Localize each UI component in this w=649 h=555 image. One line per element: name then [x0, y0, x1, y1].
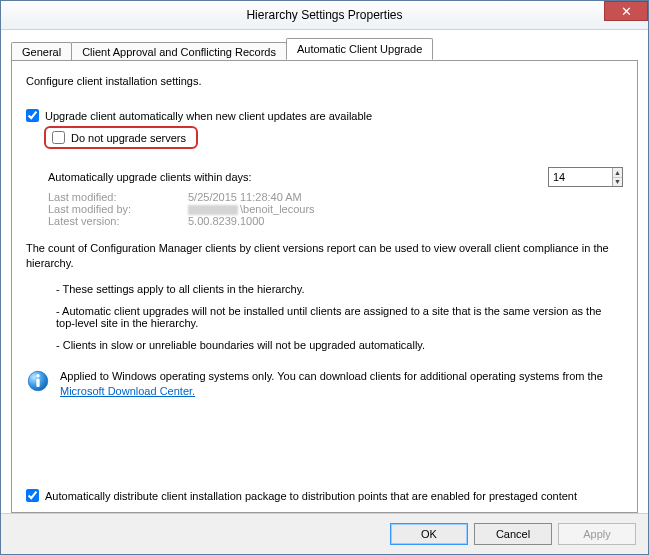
cancel-button[interactable]: Cancel	[474, 523, 552, 545]
meta-grid: Last modified: 5/25/2015 11:28:40 AM Las…	[48, 191, 623, 227]
bullet-2: - Automatic client upgrades will not be …	[56, 305, 623, 329]
auto-distribute-label: Automatically distribute client installa…	[45, 490, 577, 502]
tabstrip: General Client Approval and Conflicting …	[11, 38, 638, 60]
window-title: Hierarchy Settings Properties	[1, 8, 648, 22]
last-modified-by-label: Last modified by:	[48, 203, 188, 215]
days-input[interactable]	[549, 168, 612, 186]
download-center-link[interactable]: Microsoft Download Center.	[60, 385, 195, 397]
bullet-3: - Clients in slow or unreliable boundari…	[56, 339, 623, 351]
latest-version-label: Latest version:	[48, 215, 188, 227]
upgrade-auto-checkbox[interactable]	[26, 109, 39, 122]
tab-general[interactable]: General	[11, 42, 72, 61]
do-not-upgrade-servers-highlight: Do not upgrade servers	[44, 126, 198, 149]
info-icon	[26, 369, 50, 393]
close-icon: ✕	[621, 5, 632, 18]
days-label: Automatically upgrade clients within day…	[48, 171, 548, 183]
close-button[interactable]: ✕	[604, 1, 648, 21]
svg-point-1	[36, 374, 39, 377]
ok-button[interactable]: OK	[390, 523, 468, 545]
days-row: Automatically upgrade clients within day…	[48, 167, 623, 187]
dialog-body: General Client Approval and Conflicting …	[1, 30, 648, 513]
spinner-arrows: ▲ ▼	[612, 168, 622, 186]
last-modified-label: Last modified:	[48, 191, 188, 203]
auto-distribute-row: Automatically distribute client installa…	[26, 483, 623, 502]
tab-client-approval[interactable]: Client Approval and Conflicting Records	[71, 42, 287, 61]
info-text: Applied to Windows operating systems onl…	[60, 369, 623, 399]
bullet-1: - These settings apply to all clients in…	[56, 283, 623, 295]
apply-button[interactable]: Apply	[558, 523, 636, 545]
do-not-upgrade-servers-checkbox[interactable]	[52, 131, 65, 144]
button-bar: OK Cancel Apply	[1, 513, 648, 554]
upgrade-auto-label: Upgrade client automatically when new cl…	[45, 110, 372, 122]
info-row: Applied to Windows operating systems onl…	[26, 369, 623, 399]
bullet-list: - These settings apply to all clients in…	[56, 283, 623, 361]
svg-rect-2	[36, 379, 39, 387]
do-not-upgrade-servers-label: Do not upgrade servers	[71, 132, 186, 144]
spinner-up-icon[interactable]: ▲	[613, 168, 622, 178]
description-text: The count of Configuration Manager clien…	[26, 241, 623, 271]
last-modified-by-value: \benoit_lecours	[188, 203, 315, 215]
spinner-down-icon[interactable]: ▼	[613, 178, 622, 187]
tab-automatic-client-upgrade[interactable]: Automatic Client Upgrade	[286, 38, 433, 60]
upgrade-auto-row: Upgrade client automatically when new cl…	[26, 109, 623, 122]
days-spinner[interactable]: ▲ ▼	[548, 167, 623, 187]
latest-version-value: 5.00.8239.1000	[188, 215, 264, 227]
intro-text: Configure client installation settings.	[26, 75, 623, 87]
dialog-window: Hierarchy Settings Properties ✕ General …	[0, 0, 649, 555]
tab-panel: Configure client installation settings. …	[11, 60, 638, 513]
auto-distribute-checkbox[interactable]	[26, 489, 39, 502]
titlebar: Hierarchy Settings Properties ✕	[1, 1, 648, 30]
last-modified-value: 5/25/2015 11:28:40 AM	[188, 191, 302, 203]
